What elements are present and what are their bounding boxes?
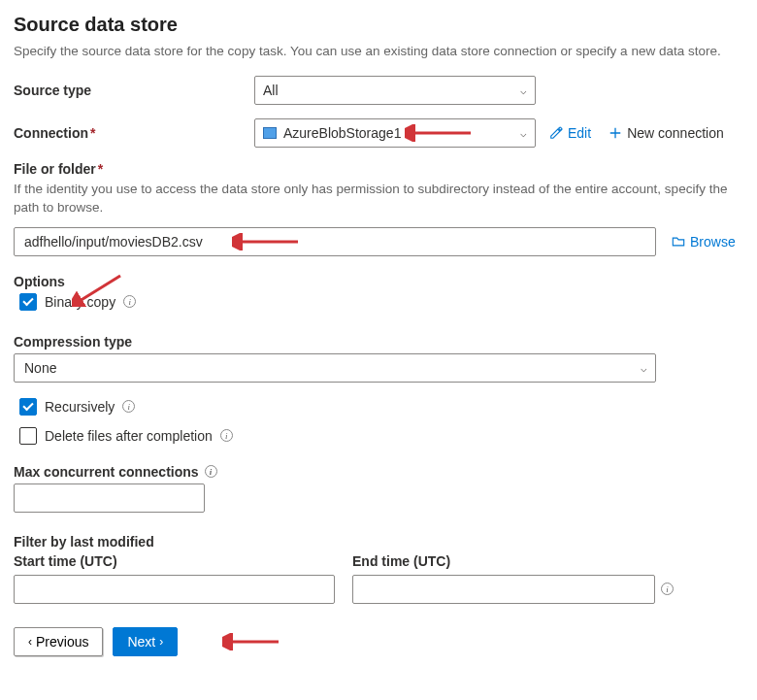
recursively-label: Recursively [45, 399, 115, 415]
chevron-right-icon: › [159, 635, 163, 649]
connection-value: AzureBlobStorage1 [283, 125, 401, 141]
max-conn-input[interactable] [14, 483, 205, 513]
new-connection-button[interactable]: New connection [605, 123, 728, 143]
previous-button[interactable]: ‹ Previous [14, 627, 103, 656]
plus-icon [609, 126, 622, 140]
info-icon[interactable] [661, 583, 674, 595]
connection-label: Connection* [14, 125, 245, 141]
annotation-arrow-icon [232, 233, 300, 250]
start-time-label: Start time (UTC) [14, 553, 335, 569]
source-type-select[interactable]: All ⌵ [254, 76, 536, 105]
annotation-arrow-icon [405, 124, 473, 142]
end-time-label: End time (UTC) [352, 553, 674, 569]
binary-copy-checkbox[interactable] [19, 293, 37, 311]
azure-blob-icon [263, 127, 277, 139]
info-icon[interactable] [220, 429, 233, 442]
chevron-down-icon: ⌵ [520, 84, 527, 97]
delete-after-label: Delete files after completion [45, 428, 213, 444]
annotation-arrow-icon [72, 272, 125, 307]
filter-label: Filter by last modified [14, 534, 741, 550]
annotation-arrow-icon [222, 633, 280, 650]
next-label: Next [127, 634, 155, 650]
browse-label: Browse [690, 234, 736, 250]
source-type-value: All [263, 83, 279, 98]
chevron-down-icon: ⌵ [641, 361, 647, 374]
chevron-down-icon: ⌵ [520, 127, 527, 140]
svg-line-3 [80, 276, 120, 301]
info-icon[interactable] [123, 295, 136, 308]
next-button[interactable]: Next › [113, 627, 178, 656]
required-asterisk: * [98, 161, 103, 177]
connection-select[interactable]: AzureBlobStorage1 ⌵ [254, 118, 536, 148]
file-folder-input[interactable] [14, 227, 656, 256]
edit-connection-button[interactable]: Edit [545, 123, 595, 143]
start-time-input[interactable] [14, 575, 335, 604]
delete-after-checkbox[interactable] [19, 427, 37, 445]
chevron-left-icon: ‹ [28, 635, 32, 649]
required-asterisk: * [90, 125, 95, 141]
pencil-icon [549, 126, 563, 140]
info-icon[interactable] [205, 465, 217, 478]
max-conn-label: Max concurrent connections [14, 464, 199, 480]
page-subtitle: Specify the source data store for the co… [14, 44, 741, 58]
file-folder-label: File or folder* [14, 161, 741, 177]
browse-button[interactable]: Browse [668, 232, 740, 251]
page-title: Source data store [14, 14, 741, 36]
info-icon[interactable] [122, 400, 135, 413]
compression-label: Compression type [14, 334, 741, 350]
source-type-label: Source type [14, 83, 245, 98]
folder-icon [672, 235, 685, 249]
end-time-input[interactable] [352, 575, 655, 604]
recursively-checkbox[interactable] [19, 398, 37, 416]
previous-label: Previous [36, 634, 88, 650]
compression-value: None [24, 360, 56, 376]
compression-select[interactable]: None ⌵ [14, 353, 656, 383]
file-folder-help: If the identity you use to access the da… [14, 181, 741, 217]
new-connection-label: New connection [627, 125, 724, 141]
edit-label: Edit [568, 125, 591, 141]
